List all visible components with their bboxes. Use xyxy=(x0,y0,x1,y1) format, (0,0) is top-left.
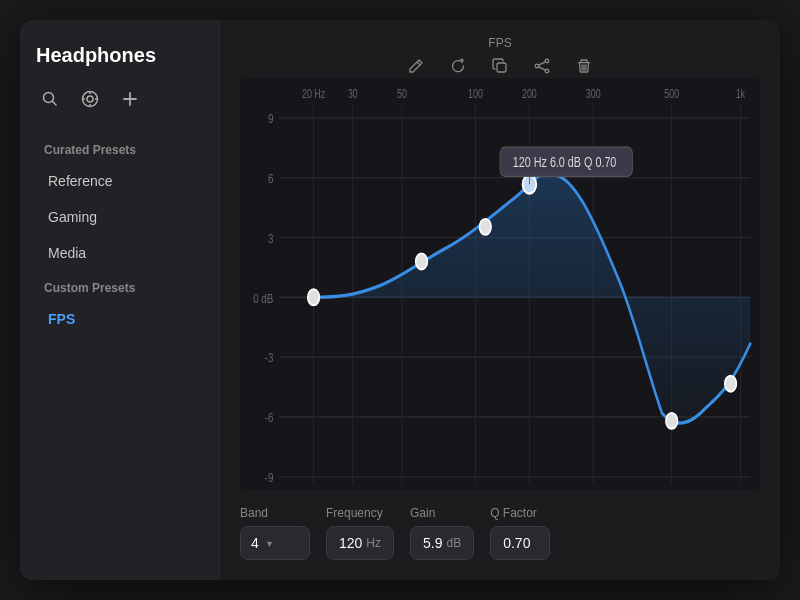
q-value-display[interactable]: 0.70 xyxy=(490,526,550,560)
svg-text:-3: -3 xyxy=(265,350,274,365)
gain-control: Gain 5.9 dB xyxy=(410,506,474,560)
svg-text:20 Hz: 20 Hz xyxy=(302,87,325,101)
frequency-control: Frequency 120 Hz xyxy=(326,506,394,560)
add-preset-icon[interactable] xyxy=(116,85,144,113)
sidebar-item-media[interactable]: Media xyxy=(36,237,203,269)
preset-title: FPS xyxy=(488,36,511,50)
svg-text:300: 300 xyxy=(586,87,601,101)
main-content: FPS xyxy=(220,20,780,580)
svg-point-3 xyxy=(87,96,93,102)
svg-text:1k: 1k xyxy=(736,87,746,101)
svg-text:120 Hz  6.0 dB  Q 0.70: 120 Hz 6.0 dB Q 0.70 xyxy=(513,153,617,170)
svg-text:500: 500 xyxy=(664,87,679,101)
svg-point-14 xyxy=(535,64,539,68)
svg-text:3: 3 xyxy=(268,230,273,245)
svg-text:200: 200 xyxy=(522,87,537,101)
eq-preset-icon[interactable] xyxy=(76,85,104,113)
chevron-down-icon: ▾ xyxy=(267,538,272,549)
search-icon[interactable] xyxy=(36,85,64,113)
sidebar-item-fps[interactable]: FPS xyxy=(36,303,203,335)
svg-text:-9: -9 xyxy=(265,470,274,485)
toolbar-icons xyxy=(404,54,596,78)
svg-point-54 xyxy=(479,219,491,235)
gain-unit: dB xyxy=(447,536,462,550)
share-button[interactable] xyxy=(530,54,554,78)
gain-number: 5.9 xyxy=(423,535,442,551)
svg-text:30: 30 xyxy=(348,87,358,101)
svg-rect-11 xyxy=(497,63,506,72)
custom-presets-label: Custom Presets xyxy=(36,281,203,295)
sidebar-item-reference[interactable]: Reference xyxy=(36,165,203,197)
sidebar: Headphones xyxy=(20,20,220,580)
svg-point-52 xyxy=(308,289,320,305)
svg-point-12 xyxy=(545,59,549,63)
gain-value-display[interactable]: 5.9 dB xyxy=(410,526,474,560)
q-control: Q Factor 0.70 xyxy=(490,506,550,560)
svg-text:6: 6 xyxy=(268,170,273,185)
sidebar-icons-row xyxy=(36,85,203,113)
bottom-controls: Band 4 ▾ Frequency 120 Hz Gain 5.9 dB xyxy=(240,506,760,560)
curated-presets-label: Curated Presets xyxy=(36,143,203,157)
svg-point-53 xyxy=(416,253,428,269)
q-number: 0.70 xyxy=(503,535,530,551)
q-label: Q Factor xyxy=(490,506,550,520)
frequency-label: Frequency xyxy=(326,506,394,520)
svg-text:0 dB: 0 dB xyxy=(253,290,273,305)
band-value: 4 xyxy=(251,535,259,551)
svg-point-57 xyxy=(725,376,737,392)
reset-button[interactable] xyxy=(446,54,470,78)
svg-point-56 xyxy=(666,413,678,429)
svg-line-10 xyxy=(417,62,420,65)
svg-text:100: 100 xyxy=(468,87,483,101)
frequency-unit: Hz xyxy=(366,536,381,550)
sidebar-item-gaming[interactable]: Gaming xyxy=(36,201,203,233)
svg-point-13 xyxy=(545,69,549,73)
frequency-number: 120 xyxy=(339,535,362,551)
frequency-value-display[interactable]: 120 Hz xyxy=(326,526,394,560)
band-label: Band xyxy=(240,506,310,520)
svg-line-15 xyxy=(539,62,546,65)
svg-text:50: 50 xyxy=(397,87,407,101)
band-control: Band 4 ▾ xyxy=(240,506,310,560)
toolbar-row: FPS xyxy=(240,36,760,78)
svg-text:9: 9 xyxy=(268,111,273,126)
band-select[interactable]: 4 ▾ xyxy=(240,526,310,560)
svg-line-16 xyxy=(539,67,546,70)
copy-button[interactable] xyxy=(488,54,512,78)
edit-button[interactable] xyxy=(404,54,428,78)
sidebar-title: Headphones xyxy=(36,44,203,67)
svg-line-1 xyxy=(53,102,57,106)
gain-label: Gain xyxy=(410,506,474,520)
eq-graph[interactable]: 9 6 3 0 dB -3 -6 -9 20 Hz 30 50 100 200 … xyxy=(240,78,760,490)
delete-button[interactable] xyxy=(572,54,596,78)
app-container: Headphones xyxy=(20,20,780,580)
svg-text:-6: -6 xyxy=(265,410,274,425)
